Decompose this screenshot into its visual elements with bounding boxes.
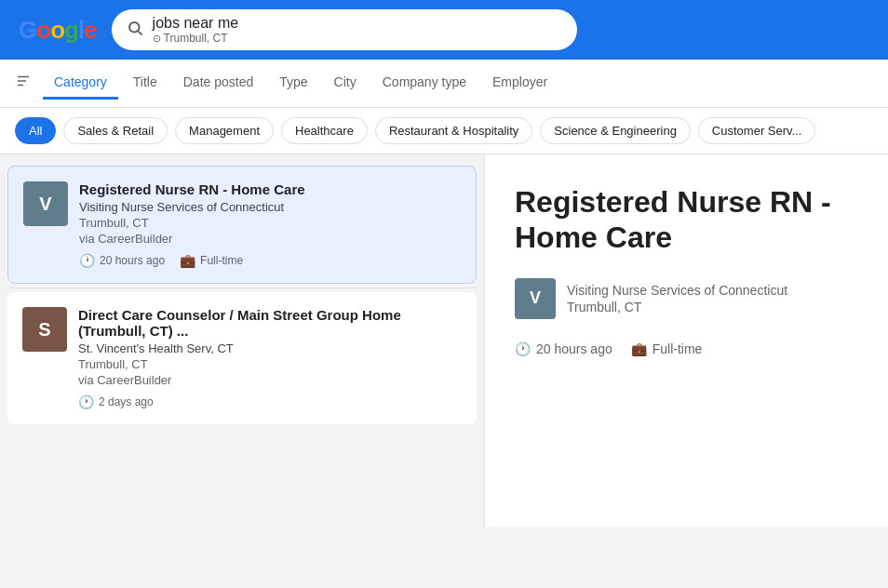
detail-clock-icon: 🕐 xyxy=(515,341,531,356)
detail-job-type: 💼 Full-time xyxy=(631,341,703,356)
company-logo-1: V xyxy=(23,181,68,226)
chip-management[interactable]: Management xyxy=(175,117,274,144)
tab-date-posted[interactable]: Date posted xyxy=(172,67,265,100)
search-location: ⊙ Trumbull, CT xyxy=(153,32,239,45)
main-content: V Registered Nurse RN - Home Care Visiti… xyxy=(0,154,888,527)
posted-time-2: 🕐 2 days ago xyxy=(78,394,154,409)
chip-sales-retail[interactable]: Sales & Retail xyxy=(63,117,168,144)
job-card-2[interactable]: S Direct Care Counselor / Main Street Gr… xyxy=(7,292,477,424)
chip-all[interactable]: All xyxy=(15,117,56,144)
job-title-1: Registered Nurse RN - Home Care xyxy=(79,181,461,197)
job-list: V Registered Nurse RN - Home Care Visiti… xyxy=(0,154,484,527)
chip-healthcare[interactable]: Healthcare xyxy=(281,117,368,144)
detail-briefcase-icon: 💼 xyxy=(631,341,647,356)
svg-line-1 xyxy=(138,31,141,34)
detail-company-info: Visiting Nurse Services of Connecticut T… xyxy=(567,283,787,314)
clock-icon-2: 🕐 xyxy=(78,394,94,409)
chip-science[interactable]: Science & Engineering xyxy=(540,117,691,144)
company-logo-2: S xyxy=(22,307,67,352)
job-card-1[interactable]: V Registered Nurse RN - Home Care Visiti… xyxy=(7,166,477,284)
job-info-1: Registered Nurse RN - Home Care Visiting… xyxy=(79,181,461,268)
posted-time-1: 🕐 20 hours ago xyxy=(79,253,165,268)
job-title-2: Direct Care Counselor / Main Street Grou… xyxy=(78,307,462,339)
job-type-1: 💼 Full-time xyxy=(180,253,243,268)
header: Google jobs near me ⊙ Trumbull, CT xyxy=(0,0,888,60)
detail-company-logo: V xyxy=(515,278,556,319)
filter-icon[interactable] xyxy=(15,73,32,94)
job-header-2: S Direct Care Counselor / Main Street Gr… xyxy=(22,307,462,409)
chip-restaurant[interactable]: Restaurant & Hospitality xyxy=(375,117,532,144)
tab-type[interactable]: Type xyxy=(268,67,318,100)
job-meta-2: 🕐 2 days ago xyxy=(78,394,462,409)
job-divider xyxy=(7,287,477,288)
category-bar: All Sales & Retail Management Healthcare… xyxy=(0,108,888,154)
briefcase-icon-1: 💼 xyxy=(180,253,195,268)
location-indicator: ⊙ xyxy=(153,33,161,45)
detail-title: Registered Nurse RN - Home Care xyxy=(515,184,858,256)
job-meta-1: 🕐 20 hours ago 💼 Full-time xyxy=(79,253,461,268)
tab-employer[interactable]: Employer xyxy=(481,67,558,100)
detail-company-name: Visiting Nurse Services of Connecticut xyxy=(567,283,787,298)
search-box[interactable]: jobs near me ⊙ Trumbull, CT xyxy=(112,9,577,50)
job-info-2: Direct Care Counselor / Main Street Grou… xyxy=(78,307,462,409)
filter-bar: Category Title Date posted Type City Com… xyxy=(0,60,888,108)
clock-icon-1: 🕐 xyxy=(79,253,95,268)
detail-meta: 🕐 20 hours ago 💼 Full-time xyxy=(515,341,858,356)
job-location-2: Trumbull, CT xyxy=(78,357,462,371)
job-location-1: Trumbull, CT xyxy=(79,216,461,230)
job-detail-panel: Registered Nurse RN - Home Care V Visiti… xyxy=(484,154,888,527)
job-source-2: via CareerBuilder xyxy=(78,373,462,387)
tab-title[interactable]: Title xyxy=(122,67,168,100)
company-name-2: St. Vincent's Health Serv, CT xyxy=(78,341,462,355)
search-icon xyxy=(127,20,143,40)
search-query: jobs near me xyxy=(153,15,239,32)
company-name-1: Visiting Nurse Services of Connecticut xyxy=(79,200,461,214)
tab-company-type[interactable]: Company type xyxy=(371,67,478,100)
tab-category[interactable]: Category xyxy=(43,67,118,100)
detail-location: Trumbull, CT xyxy=(567,300,787,314)
detail-company-row: V Visiting Nurse Services of Connecticut… xyxy=(515,278,858,319)
svg-point-0 xyxy=(129,22,140,33)
search-text-wrap: jobs near me ⊙ Trumbull, CT xyxy=(153,15,239,45)
detail-posted: 🕐 20 hours ago xyxy=(515,341,612,356)
tab-city[interactable]: City xyxy=(323,67,368,100)
chip-customer-service[interactable]: Customer Serv... xyxy=(698,117,816,144)
google-logo: Google xyxy=(19,16,97,45)
job-header-1: V Registered Nurse RN - Home Care Visiti… xyxy=(23,181,461,268)
job-source-1: via CareerBuilder xyxy=(79,232,461,246)
